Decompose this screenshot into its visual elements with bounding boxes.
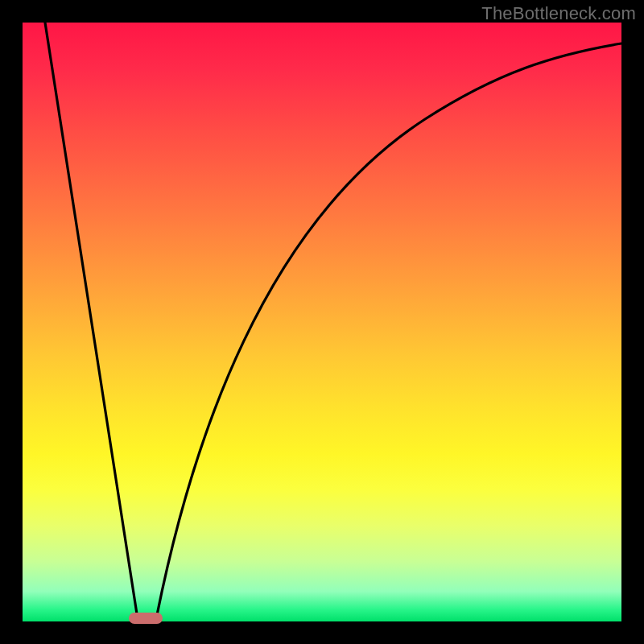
right-branch-curve [156, 43, 621, 619]
chart-frame: TheBottleneck.com [0, 0, 644, 644]
watermark-text: TheBottleneck.com [481, 3, 636, 24]
curve-layer [23, 23, 621, 621]
left-branch-line [45, 23, 138, 619]
optimal-point-marker [129, 613, 163, 624]
